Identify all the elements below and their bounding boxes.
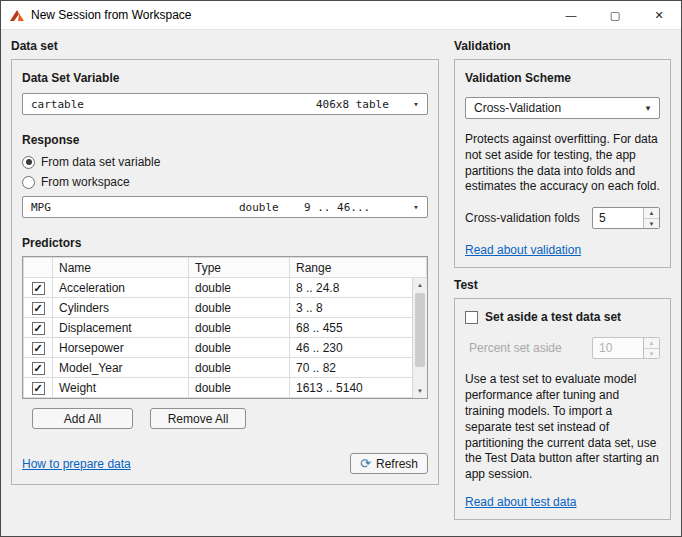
validation-scheme-dropdown[interactable]: Cross-Validation ▾ <box>465 97 660 119</box>
table-row[interactable]: ✓ Weight double 1613 .. 5140 <box>24 378 427 398</box>
validation-description: Protects against overfitting. For data n… <box>465 132 660 195</box>
cell-type: double <box>189 378 290 398</box>
response-variable-name: MPG <box>31 201 239 214</box>
cell-type: double <box>189 338 290 358</box>
remove-all-button[interactable]: Remove All <box>150 408 246 429</box>
set-aside-test-checkbox[interactable] <box>465 311 478 324</box>
test-description: Use a test set to evaluate model perform… <box>465 372 660 483</box>
predictors-table: Name Type Range ✓ Acceleration double 8 … <box>22 256 428 399</box>
dataset-group-title: Data set <box>11 39 439 53</box>
maximize-button[interactable]: ▢ <box>593 1 637 29</box>
check-icon: ✓ <box>33 323 42 334</box>
folds-spin-buttons: ▲ ▼ <box>643 208 659 228</box>
folds-label: Cross-validation folds <box>465 211 580 225</box>
table-row[interactable]: ✓ Model_Year double 70 .. 82 <box>24 358 427 378</box>
response-variable-range: 9 .. 46... <box>304 201 404 214</box>
validation-group-box: Validation Scheme Cross-Validation ▾ Pro… <box>454 59 671 268</box>
dataset-bottom-row: How to prepare data ⟳ Refresh <box>22 453 428 474</box>
dataset-group-box: Data Set Variable cartable 406x8 table ▾… <box>11 59 439 485</box>
predictors-label: Predictors <box>22 236 428 250</box>
window-controls: — ▢ ✕ <box>549 1 681 29</box>
cell-range: 68 .. 455 <box>290 318 427 338</box>
row-checkbox[interactable]: ✓ <box>32 302 45 315</box>
cell-range: 3 .. 8 <box>290 298 427 318</box>
table-row[interactable]: ✓ Acceleration double 8 .. 24.8 <box>24 278 427 298</box>
scroll-up-icon[interactable]: ▲ <box>413 278 427 292</box>
header-type: Type <box>189 258 290 278</box>
folds-stepper[interactable]: 5 ▲ ▼ <box>592 207 660 229</box>
minimize-button[interactable]: — <box>549 1 593 29</box>
percent-spin-buttons: ▲ ▼ <box>643 338 659 358</box>
data-set-variable-label: Data Set Variable <box>22 71 428 85</box>
percent-set-aside-stepper[interactable]: 10 ▲ ▼ <box>592 337 660 359</box>
folds-value[interactable]: 5 <box>593 208 643 228</box>
cell-type: double <box>189 358 290 378</box>
read-about-test-data-link[interactable]: Read about test data <box>465 495 576 509</box>
data-set-variable-dropdown[interactable]: cartable 406x8 table ▾ <box>22 93 428 115</box>
percent-set-aside-row: Percent set aside 10 ▲ ▼ <box>469 337 660 359</box>
add-all-button[interactable]: Add All <box>32 408 133 429</box>
radio-unselected-icon <box>22 176 35 189</box>
cell-range: 46 .. 230 <box>290 338 427 358</box>
radio-from-workspace[interactable]: From workspace <box>22 173 428 191</box>
row-checkbox[interactable]: ✓ <box>32 282 45 295</box>
close-button[interactable]: ✕ <box>637 1 681 29</box>
cell-range: 8 .. 24.8 <box>290 278 427 298</box>
cell-name: Horsepower <box>53 338 189 358</box>
radio-from-dataset-variable-label: From data set variable <box>41 155 160 169</box>
title-bar[interactable]: New Session from Workspace — ▢ ✕ <box>1 1 681 30</box>
table-row[interactable]: ✓ Displacement double 68 .. 455 <box>24 318 427 338</box>
percent-set-aside-value[interactable]: 10 <box>593 338 643 358</box>
scrollbar-track <box>413 368 427 384</box>
chevron-down-icon: ▾ <box>410 99 422 109</box>
matlab-icon <box>9 9 25 22</box>
check-icon: ✓ <box>33 343 42 354</box>
refresh-icon: ⟳ <box>360 457 371 470</box>
test-group-box: Set aside a test data set Percent set as… <box>454 298 671 520</box>
row-checkbox[interactable]: ✓ <box>32 342 45 355</box>
spin-up-icon[interactable]: ▲ <box>644 338 659 349</box>
radio-from-dataset-variable[interactable]: From data set variable <box>22 153 428 171</box>
validation-group-title: Validation <box>454 39 671 53</box>
radio-selected-icon <box>22 156 35 169</box>
row-checkbox[interactable]: ✓ <box>32 382 45 395</box>
data-set-variable-value: cartable <box>31 98 316 111</box>
new-session-dialog: New Session from Workspace — ▢ ✕ Data se… <box>0 0 682 537</box>
cell-range: 70 .. 82 <box>290 358 427 378</box>
refresh-button[interactable]: ⟳ Refresh <box>350 453 428 474</box>
chevron-down-icon: ▾ <box>642 103 654 113</box>
table-scrollbar[interactable]: ▲ ▼ <box>412 278 427 398</box>
check-icon: ✓ <box>33 363 42 374</box>
spin-down-icon[interactable]: ▼ <box>644 349 659 359</box>
refresh-label: Refresh <box>376 457 418 471</box>
table-header-row: Name Type Range <box>24 258 427 278</box>
cell-type: double <box>189 278 290 298</box>
table-row[interactable]: ✓ Cylinders double 3 .. 8 <box>24 298 427 318</box>
header-range: Range <box>290 258 427 278</box>
row-checkbox[interactable]: ✓ <box>32 362 45 375</box>
set-aside-test-checkbox-row[interactable]: Set aside a test data set <box>465 310 660 324</box>
row-checkbox[interactable]: ✓ <box>32 322 45 335</box>
dialog-content: Data set Data Set Variable cartable 406x… <box>1 30 681 537</box>
spin-up-icon[interactable]: ▲ <box>644 208 659 219</box>
scrollbar-thumb[interactable] <box>415 293 425 367</box>
check-icon: ✓ <box>33 383 42 394</box>
header-checkbox-column <box>24 258 53 278</box>
window-title: New Session from Workspace <box>31 8 549 22</box>
response-variable-dropdown[interactable]: MPG double 9 .. 46... ▾ <box>22 196 428 218</box>
response-variable-type: double <box>239 201 304 214</box>
dataset-column: Data set Data Set Variable cartable 406x… <box>11 39 439 537</box>
chevron-down-icon: ▾ <box>410 202 422 212</box>
how-to-prepare-data-link[interactable]: How to prepare data <box>22 457 131 471</box>
percent-set-aside-label: Percent set aside <box>469 341 562 355</box>
cell-type: double <box>189 318 290 338</box>
scroll-down-icon[interactable]: ▼ <box>413 384 427 398</box>
folds-row: Cross-validation folds 5 ▲ ▼ <box>465 207 660 229</box>
header-name: Name <box>53 258 189 278</box>
cell-range: 1613 .. 5140 <box>290 378 427 398</box>
spin-down-icon[interactable]: ▼ <box>644 219 659 229</box>
cell-type: double <box>189 298 290 318</box>
read-about-validation-link[interactable]: Read about validation <box>465 243 581 257</box>
test-group-title: Test <box>454 278 671 292</box>
table-row[interactable]: ✓ Horsepower double 46 .. 230 <box>24 338 427 358</box>
